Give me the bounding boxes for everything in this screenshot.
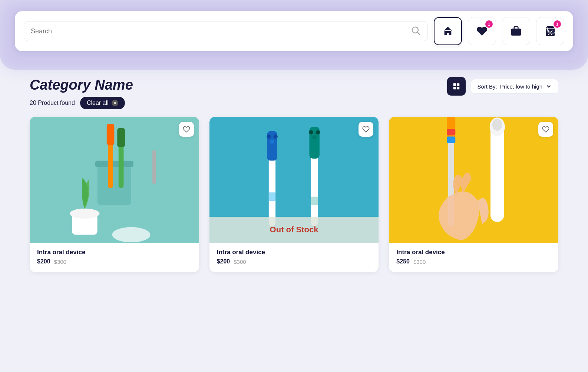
sort-value: Price, low to high — [500, 83, 542, 90]
product-prices-2: $200 $300 — [217, 258, 371, 265]
sort-label: Sort By: — [477, 83, 497, 90]
wishlist-product-button-3[interactable] — [538, 122, 553, 137]
wishlist-product-button-2[interactable] — [359, 122, 373, 137]
product-count: 20 Product found — [30, 100, 75, 106]
wishlist-button[interactable]: 1 — [468, 17, 496, 45]
product-name-1: Intra oral device — [37, 249, 192, 256]
category-header: Category Name 20 Product found Clear all… — [30, 77, 558, 109]
svg-rect-13 — [107, 124, 115, 145]
search-input[interactable] — [31, 27, 406, 35]
product-image-1 — [30, 117, 199, 243]
price-old-2: $300 — [234, 259, 246, 265]
svg-rect-31 — [268, 192, 275, 201]
svg-point-23 — [267, 134, 271, 139]
svg-rect-32 — [311, 197, 318, 205]
out-of-stock-overlay: Out of Stock — [209, 217, 379, 243]
wishlist-product-button-1[interactable] — [179, 122, 194, 137]
price-old-1: $300 — [54, 259, 66, 265]
svg-line-1 — [417, 32, 420, 34]
price-old-3: $300 — [413, 259, 426, 265]
svg-rect-5 — [453, 83, 456, 86]
svg-rect-11 — [95, 161, 133, 167]
svg-rect-16 — [152, 150, 156, 184]
svg-point-28 — [309, 130, 313, 134]
svg-rect-8 — [457, 87, 459, 89]
sort-dropdown[interactable]: Sort By: Price, low to high — [471, 79, 558, 94]
product-info-3: Intra oral device $250 $300 — [389, 243, 558, 272]
product-info-1: Intra oral device $200 $300 — [30, 243, 199, 272]
product-image-wrapper-2: Out of Stock — [209, 117, 379, 243]
svg-rect-2 — [511, 29, 521, 36]
product-name-3: Intra oral device — [396, 249, 551, 256]
category-meta: 20 Product found Clear all ✕ — [30, 97, 133, 109]
search-container[interactable] — [24, 21, 428, 41]
svg-point-4 — [551, 34, 552, 35]
product-card[interactable]: Intra oral device $200 $300 — [30, 117, 199, 272]
clear-all-x-icon: ✕ — [112, 100, 118, 106]
product-card-3[interactable]: Intra oral device $250 $300 — [389, 117, 558, 272]
product-image-3 — [389, 117, 558, 243]
svg-point-25 — [270, 140, 274, 144]
grid-toggle-button[interactable] — [447, 77, 466, 96]
svg-rect-15 — [117, 128, 125, 147]
main-content: Category Name 20 Product found Clear all… — [0, 77, 588, 287]
product-prices-3: $250 $300 — [396, 258, 551, 265]
bag-button[interactable] — [502, 17, 530, 45]
header-bar: 1 1 — [15, 11, 573, 51]
product-name-2: Intra oral device — [217, 249, 371, 256]
svg-rect-36 — [447, 129, 456, 135]
svg-point-19 — [112, 227, 151, 242]
wishlist-badge: 1 — [485, 20, 493, 28]
svg-point-3 — [548, 34, 549, 35]
svg-rect-6 — [457, 83, 459, 86]
svg-point-40 — [492, 119, 502, 131]
product-image-wrapper-1 — [30, 117, 199, 243]
product-prices-1: $200 $300 — [37, 258, 192, 265]
category-title: Category Name — [30, 77, 133, 93]
price-current-3: $250 — [396, 258, 410, 265]
header-wrapper: 1 1 — [0, 0, 588, 70]
svg-point-24 — [273, 134, 277, 139]
svg-rect-7 — [453, 87, 456, 89]
product-card-2[interactable]: Out of Stock Intra oral device $200 $300 — [209, 117, 379, 272]
svg-point-29 — [316, 130, 320, 134]
svg-rect-37 — [447, 137, 456, 143]
svg-point-30 — [312, 135, 316, 139]
out-of-stock-text: Out of Stock — [270, 225, 318, 234]
product-info-2: Intra oral device $200 $300 — [209, 243, 379, 272]
cart-badge: 1 — [554, 20, 561, 28]
product-image-wrapper-3 — [389, 117, 558, 243]
cart-button[interactable]: 1 — [536, 17, 564, 45]
price-current-2: $200 — [217, 258, 230, 265]
clear-all-button[interactable]: Clear all ✕ — [80, 97, 125, 109]
svg-point-18 — [70, 209, 99, 219]
category-right: Sort By: Price, low to high — [447, 77, 558, 96]
svg-rect-10 — [98, 163, 131, 205]
search-icon — [410, 25, 421, 37]
clear-all-label: Clear all — [87, 100, 109, 106]
category-left: Category Name 20 Product found Clear all… — [30, 77, 133, 109]
price-current-1: $200 — [37, 258, 50, 265]
product-grid: Intra oral device $200 $300 — [30, 117, 558, 272]
home-button[interactable] — [434, 17, 462, 45]
